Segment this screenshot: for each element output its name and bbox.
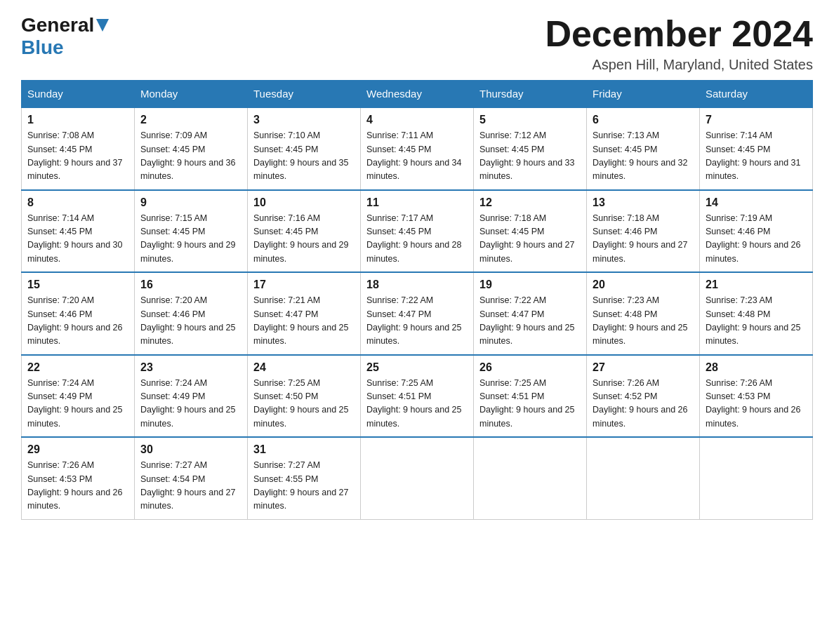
day-number: 13 <box>593 196 694 209</box>
week-row-2: 8 Sunrise: 7:14 AMSunset: 4:45 PMDayligh… <box>22 190 813 273</box>
day-info: Sunrise: 7:27 AMSunset: 4:54 PMDaylight:… <box>140 460 236 511</box>
svg-marker-0 <box>96 19 109 32</box>
logo-blue-text: Blue <box>21 36 64 58</box>
day-cell: 21 Sunrise: 7:23 AMSunset: 4:48 PMDaylig… <box>700 272 813 355</box>
day-cell: 25 Sunrise: 7:25 AMSunset: 4:51 PMDaylig… <box>361 355 474 438</box>
day-number: 26 <box>479 361 581 374</box>
col-header-sunday: Sunday <box>22 81 135 108</box>
day-cell: 27 Sunrise: 7:26 AMSunset: 4:52 PMDaylig… <box>587 355 700 438</box>
col-header-friday: Friday <box>587 81 700 108</box>
day-cell: 29 Sunrise: 7:26 AMSunset: 4:53 PMDaylig… <box>22 437 135 519</box>
col-header-monday: Monday <box>135 81 248 108</box>
day-info: Sunrise: 7:14 AMSunset: 4:45 PMDaylight:… <box>27 213 123 264</box>
day-number: 22 <box>27 361 128 374</box>
day-info: Sunrise: 7:11 AMSunset: 4:45 PMDaylight:… <box>366 130 462 181</box>
day-cell <box>700 437 813 519</box>
day-cell: 8 Sunrise: 7:14 AMSunset: 4:45 PMDayligh… <box>22 190 135 273</box>
day-cell <box>361 437 474 519</box>
week-row-1: 1 Sunrise: 7:08 AMSunset: 4:45 PMDayligh… <box>22 107 813 190</box>
day-info: Sunrise: 7:14 AMSunset: 4:45 PMDaylight:… <box>706 130 801 181</box>
week-row-3: 15 Sunrise: 7:20 AMSunset: 4:46 PMDaylig… <box>22 272 813 355</box>
day-number: 24 <box>253 361 355 374</box>
day-info: Sunrise: 7:23 AMSunset: 4:48 PMDaylight:… <box>593 295 688 346</box>
day-cell: 24 Sunrise: 7:25 AMSunset: 4:50 PMDaylig… <box>248 355 361 438</box>
day-info: Sunrise: 7:26 AMSunset: 4:53 PMDaylight:… <box>27 460 123 511</box>
day-cell: 23 Sunrise: 7:24 AMSunset: 4:49 PMDaylig… <box>135 355 248 438</box>
day-number: 15 <box>27 279 128 291</box>
day-info: Sunrise: 7:22 AMSunset: 4:47 PMDaylight:… <box>479 295 575 346</box>
col-header-saturday: Saturday <box>700 81 813 108</box>
day-cell: 20 Sunrise: 7:23 AMSunset: 4:48 PMDaylig… <box>587 272 700 355</box>
day-cell: 5 Sunrise: 7:12 AMSunset: 4:45 PMDayligh… <box>474 107 587 190</box>
day-cell: 30 Sunrise: 7:27 AMSunset: 4:54 PMDaylig… <box>135 437 248 519</box>
day-cell: 4 Sunrise: 7:11 AMSunset: 4:45 PMDayligh… <box>361 107 474 190</box>
day-info: Sunrise: 7:15 AMSunset: 4:45 PMDaylight:… <box>140 213 236 264</box>
day-info: Sunrise: 7:22 AMSunset: 4:47 PMDaylight:… <box>366 295 462 346</box>
day-number: 28 <box>706 361 807 374</box>
day-cell: 26 Sunrise: 7:25 AMSunset: 4:51 PMDaylig… <box>474 355 587 438</box>
day-info: Sunrise: 7:24 AMSunset: 4:49 PMDaylight:… <box>27 378 123 429</box>
day-number: 30 <box>140 443 241 456</box>
day-info: Sunrise: 7:23 AMSunset: 4:48 PMDaylight:… <box>706 295 801 346</box>
day-number: 3 <box>253 114 355 126</box>
page-header: General Blue December 2024 Aspen Hill, M… <box>21 14 813 73</box>
day-number: 8 <box>27 196 128 209</box>
day-info: Sunrise: 7:24 AMSunset: 4:49 PMDaylight:… <box>140 378 236 429</box>
day-info: Sunrise: 7:10 AMSunset: 4:45 PMDaylight:… <box>253 130 349 181</box>
day-number: 18 <box>366 279 468 291</box>
day-cell: 22 Sunrise: 7:24 AMSunset: 4:49 PMDaylig… <box>22 355 135 438</box>
title-block: December 2024 Aspen Hill, Maryland, Unit… <box>545 14 813 73</box>
week-row-4: 22 Sunrise: 7:24 AMSunset: 4:49 PMDaylig… <box>22 355 813 438</box>
day-number: 23 <box>140 361 241 374</box>
day-info: Sunrise: 7:27 AMSunset: 4:55 PMDaylight:… <box>253 460 349 511</box>
col-header-thursday: Thursday <box>474 81 587 108</box>
day-number: 29 <box>27 443 128 456</box>
day-info: Sunrise: 7:16 AMSunset: 4:45 PMDaylight:… <box>253 213 349 264</box>
logo-arrow-icon <box>96 19 109 34</box>
day-cell: 10 Sunrise: 7:16 AMSunset: 4:45 PMDaylig… <box>248 190 361 273</box>
day-cell: 15 Sunrise: 7:20 AMSunset: 4:46 PMDaylig… <box>22 272 135 355</box>
day-number: 6 <box>593 114 694 126</box>
day-info: Sunrise: 7:25 AMSunset: 4:50 PMDaylight:… <box>253 378 349 429</box>
day-number: 25 <box>366 361 468 374</box>
day-number: 27 <box>593 361 694 374</box>
day-cell: 6 Sunrise: 7:13 AMSunset: 4:45 PMDayligh… <box>587 107 700 190</box>
day-info: Sunrise: 7:19 AMSunset: 4:46 PMDaylight:… <box>706 213 801 264</box>
day-cell: 16 Sunrise: 7:20 AMSunset: 4:46 PMDaylig… <box>135 272 248 355</box>
col-header-tuesday: Tuesday <box>248 81 361 108</box>
day-cell: 17 Sunrise: 7:21 AMSunset: 4:47 PMDaylig… <box>248 272 361 355</box>
day-number: 21 <box>706 279 807 291</box>
day-number: 2 <box>140 114 241 126</box>
day-number: 20 <box>593 279 694 291</box>
day-cell <box>474 437 587 519</box>
day-info: Sunrise: 7:13 AMSunset: 4:45 PMDaylight:… <box>593 130 688 181</box>
month-title: December 2024 <box>545 14 813 54</box>
logo-general-text: General <box>21 14 94 36</box>
location-title: Aspen Hill, Maryland, United States <box>545 57 813 73</box>
day-cell: 14 Sunrise: 7:19 AMSunset: 4:46 PMDaylig… <box>700 190 813 273</box>
day-info: Sunrise: 7:20 AMSunset: 4:46 PMDaylight:… <box>140 295 236 346</box>
day-info: Sunrise: 7:09 AMSunset: 4:45 PMDaylight:… <box>140 130 236 181</box>
day-number: 14 <box>706 196 807 209</box>
day-info: Sunrise: 7:25 AMSunset: 4:51 PMDaylight:… <box>479 378 575 429</box>
day-cell <box>587 437 700 519</box>
day-info: Sunrise: 7:17 AMSunset: 4:45 PMDaylight:… <box>366 213 462 264</box>
day-info: Sunrise: 7:18 AMSunset: 4:46 PMDaylight:… <box>593 213 688 264</box>
day-info: Sunrise: 7:26 AMSunset: 4:53 PMDaylight:… <box>706 378 801 429</box>
day-info: Sunrise: 7:25 AMSunset: 4:51 PMDaylight:… <box>366 378 462 429</box>
day-number: 10 <box>253 196 355 209</box>
day-info: Sunrise: 7:20 AMSunset: 4:46 PMDaylight:… <box>27 295 123 346</box>
day-cell: 2 Sunrise: 7:09 AMSunset: 4:45 PMDayligh… <box>135 107 248 190</box>
day-number: 12 <box>479 196 581 209</box>
day-cell: 3 Sunrise: 7:10 AMSunset: 4:45 PMDayligh… <box>248 107 361 190</box>
day-number: 19 <box>479 279 581 291</box>
week-row-5: 29 Sunrise: 7:26 AMSunset: 4:53 PMDaylig… <box>22 437 813 519</box>
day-info: Sunrise: 7:12 AMSunset: 4:45 PMDaylight:… <box>479 130 575 181</box>
day-info: Sunrise: 7:08 AMSunset: 4:45 PMDaylight:… <box>27 130 123 181</box>
day-number: 16 <box>140 279 241 291</box>
col-header-wednesday: Wednesday <box>361 81 474 108</box>
day-info: Sunrise: 7:18 AMSunset: 4:45 PMDaylight:… <box>479 213 575 264</box>
day-number: 7 <box>706 114 807 126</box>
day-number: 31 <box>253 443 355 456</box>
day-cell: 31 Sunrise: 7:27 AMSunset: 4:55 PMDaylig… <box>248 437 361 519</box>
